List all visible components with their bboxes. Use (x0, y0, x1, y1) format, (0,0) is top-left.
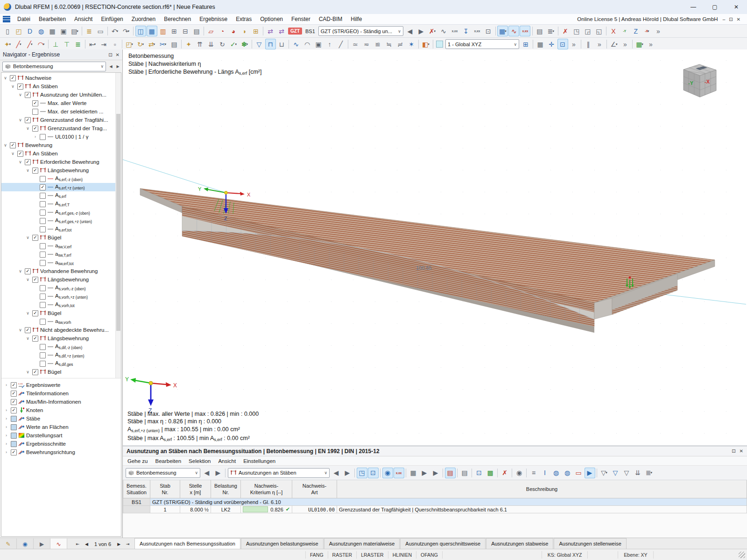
loadcase-combo[interactable]: GZT (STR/GEO) - Ständig un...∨ (318, 26, 403, 36)
view-cube[interactable]: -Y -X (674, 62, 723, 105)
checkbox[interactable] (11, 433, 17, 439)
tp-rows-toggle[interactable]: ▤ (445, 468, 456, 478)
section-view-button[interactable]: ⊔ (276, 39, 287, 49)
print-button[interactable]: ▤▾ (70, 26, 80, 36)
tp-layout[interactable]: ≣▾ (644, 468, 655, 478)
menu-optionen[interactable]: Optionen (256, 16, 287, 22)
expander-icon[interactable]: ∨ (2, 76, 8, 80)
snap-toggle-fang[interactable]: FANG (305, 551, 328, 559)
tp-view-mode[interactable]: ≡ (529, 468, 539, 478)
new-view-button[interactable]: ◱ (593, 26, 604, 36)
checkbox[interactable] (32, 126, 38, 132)
tree-item[interactable]: ›Bewehrungsrichtung (1, 448, 121, 456)
checkbox[interactable] (11, 382, 17, 388)
table-tab[interactable]: Ausnutzungen querschnittsweise (400, 538, 486, 549)
magic-wand-button[interactable]: ✶ (406, 39, 417, 49)
checkbox[interactable] (40, 176, 46, 182)
view-x-button[interactable]: X (608, 26, 619, 36)
navigator-close-icon[interactable]: ✕ (116, 52, 120, 57)
render-button[interactable]: ▣ (313, 39, 324, 49)
workplane-indicator[interactable]: Ebene: XY (618, 551, 653, 559)
expander-icon[interactable]: › (3, 425, 9, 429)
tree-item[interactable]: As,erf,+z (unten) (1, 183, 121, 191)
export-button[interactable]: ⇄ (276, 26, 287, 36)
combo-prev-button[interactable]: ◀ (108, 62, 114, 71)
column-header[interactable]: Nachweis-Art (292, 480, 337, 498)
tp-sync-view[interactable]: ◳ (357, 468, 367, 478)
member-visibility-toggle[interactable]: ⊓ (265, 39, 276, 49)
tree-item[interactable]: Max. aller Werte (1, 99, 121, 107)
mirror-button[interactable]: ⇄▾ (147, 39, 157, 49)
tree-item[interactable]: As,vorh,+z (unten) (1, 292, 121, 301)
menu-bearbeiten[interactable]: Bearbeiten (35, 16, 70, 22)
tp-funnel-1[interactable]: ▽▾ (599, 468, 610, 478)
table-menu-bearbeiten[interactable]: Bearbeiten (151, 458, 185, 464)
checkbox[interactable] (10, 75, 16, 81)
menu-berechnen[interactable]: Berechnen (160, 16, 195, 22)
tp-funnel-2[interactable]: ▽ (610, 468, 621, 478)
menu-hilfe[interactable]: Hilfe (346, 16, 366, 22)
tree-item[interactable]: Titelinformationen (1, 389, 121, 398)
tp-prev-table[interactable]: ◀ (331, 468, 342, 478)
tree-item[interactable]: ›Werte an Flächen (1, 423, 121, 431)
tree-item[interactable]: ›Knoten (1, 406, 121, 414)
tp-run-1[interactable]: ▶ (419, 468, 430, 478)
scrollbar-thumb[interactable] (116, 114, 120, 331)
close-button[interactable]: ✕ (726, 0, 747, 14)
section-cut-button[interactable]: ✂▾ (158, 39, 169, 49)
tree-item[interactable]: ∨Bewehrung (1, 141, 121, 149)
redo-button[interactable]: ↷▾ (121, 26, 132, 36)
snap-toggle-lraster[interactable]: LRASTER (357, 551, 388, 559)
tp-filter-active[interactable]: ▶ (585, 468, 595, 478)
checkbox[interactable] (40, 193, 46, 199)
tree-item[interactable]: ›UL0100 | 1 / γ (1, 133, 121, 141)
expander-icon[interactable]: ∨ (10, 151, 16, 156)
tree-item[interactable]: asw,V,erf (1, 242, 121, 250)
delete-results-button[interactable]: ✗▾ (427, 26, 437, 36)
checkbox[interactable] (40, 285, 46, 291)
checkbox[interactable] (32, 235, 38, 241)
mini-table-button[interactable]: ▦▾ (634, 39, 645, 49)
menu-extras[interactable]: Extras (232, 16, 256, 22)
tree-item[interactable]: ∨Bügel (1, 368, 121, 376)
checkbox[interactable] (11, 416, 17, 422)
checkbox[interactable] (40, 184, 46, 190)
next-page-button[interactable]: ▶ (115, 539, 123, 548)
rotate-view-button[interactable]: ◕ (228, 26, 239, 36)
panel-minimize-icon[interactable]: – (723, 17, 726, 22)
renumber-down-button[interactable]: ⇊ (206, 39, 217, 49)
expander-icon[interactable]: ∨ (17, 328, 23, 332)
panel-button[interactable]: ▤ (534, 26, 545, 36)
renumber-up-button[interactable]: ⇈ (195, 39, 205, 49)
expander-icon[interactable]: ∨ (25, 126, 31, 131)
more-buttons-4[interactable]: » (620, 39, 631, 49)
expander-icon[interactable]: ∨ (10, 84, 16, 89)
tree-item[interactable]: As,erf,-z (oben) (1, 175, 121, 183)
checkbox[interactable] (11, 424, 17, 430)
next-loadcase-button[interactable]: ▶ (416, 26, 426, 36)
expander-icon[interactable]: ∨ (17, 92, 23, 97)
tp-note-2[interactable]: ◍ (562, 468, 573, 478)
tp-info[interactable]: I (540, 468, 550, 478)
snap-toggle-ofang[interactable]: OFANG (416, 551, 443, 559)
tp-delete[interactable]: ✗ (500, 468, 510, 478)
project-manager-button[interactable]: ▦ (47, 26, 58, 36)
table-tab[interactable]: Ausnutzungen belastungsweise (241, 538, 324, 549)
tree-item[interactable]: As,vorh,tot (1, 301, 121, 309)
printer-3d-button[interactable]: ▤ (169, 39, 180, 49)
ghost-button[interactable]: ⊡ (483, 26, 493, 36)
result-diagram-button[interactable]: ∿ (291, 39, 302, 49)
checkbox[interactable] (11, 449, 17, 455)
table-menu-gehe-zu[interactable]: Gehe zu (124, 458, 151, 464)
results-surfaces-button[interactable]: ↧ (460, 26, 471, 36)
tp-next-table[interactable]: ▶ (342, 468, 353, 478)
new-workplane-button[interactable]: ⊞ (521, 39, 531, 49)
zoom-window-button[interactable]: ⊞ (251, 26, 261, 36)
isometric-view-button[interactable]: ◳ (571, 26, 582, 36)
menu-cad-bim[interactable]: CAD-BIM (315, 16, 347, 22)
tree-item[interactable]: ›Stäbe (1, 414, 121, 423)
angle-button[interactable]: ∠▾ (609, 39, 620, 49)
checkbox[interactable] (40, 252, 46, 258)
tree-item[interactable]: As,erf (1, 191, 121, 200)
new-line-button[interactable]: ╱▾ (14, 39, 24, 49)
